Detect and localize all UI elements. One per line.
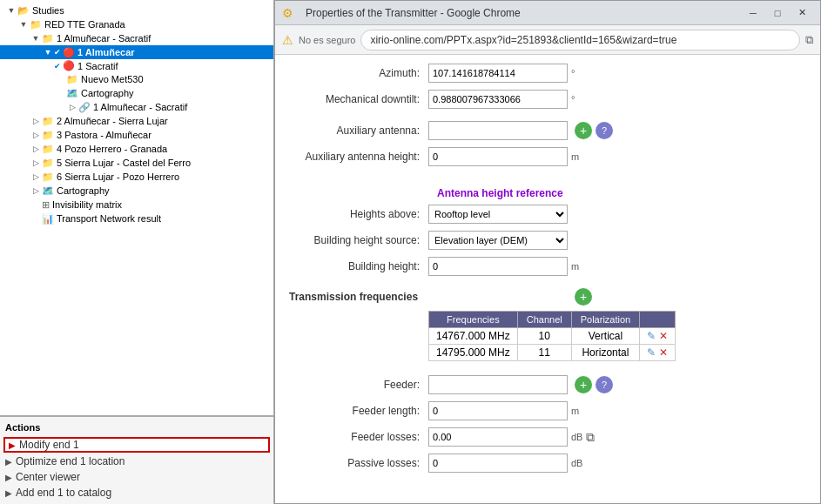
tree-item-pozo-granada[interactable]: ▷ 📁 4 Pozo Herrero - Granada [0,142,273,156]
feeder-length-input[interactable] [428,401,568,420]
delete-icon-1[interactable]: ✕ [659,330,668,342]
warning-icon: ⚠ [282,33,293,47]
building-height-input[interactable] [428,257,568,276]
tree-item-nuevo-met[interactable]: 📁 Nuevo Met530 [0,72,273,86]
tree-item-transport[interactable]: 📊 Transport Network result [0,212,273,225]
action-center[interactable]: ▶ Center viewer [0,469,273,485]
expand-link[interactable]: ▷ [66,101,78,113]
building-height-source-select[interactable]: Elevation layer (DEM) Manual None [428,231,568,250]
mech-downtilt-input[interactable] [428,90,568,109]
expand-invisibility[interactable] [30,198,42,211]
tree-item-sierra-pozo[interactable]: ▷ 📁 6 Sierra Lujar - Pozo Herrero [0,170,273,184]
freq-title-row: Transmission frequencies + [289,288,803,306]
tree-item-almun-1[interactable]: ▼ ✔ 🔴 1 Almuñecar [0,45,273,59]
tree-label: Studies [32,5,64,16]
aux-antenna-height-label: Auxiliary antenna height: [289,151,428,163]
arrow-icon: ▶ [5,488,12,498]
chrome-title: Properties of the Transmitter - Google C… [306,7,521,19]
tree-item-red-tte[interactable]: ▼ 📁 RED TTE Granada [0,17,273,31]
feeder-input[interactable] [428,375,568,394]
minimize-button[interactable]: ─ [742,4,764,22]
freq-col-header: Frequencies [429,312,518,328]
expand-sierra-pozo[interactable]: ▷ [30,171,42,183]
mech-downtilt-row: Mechanical downtilt: ° [289,90,803,109]
expand-cartography-1[interactable] [54,87,66,99]
building-height-row: Building height: m [289,257,803,276]
expand-nuevo[interactable] [54,73,66,85]
expand-transport[interactable] [30,212,42,225]
tree-area[interactable]: ▼ 📂 Studies ▼ 📁 RED TTE Granada ▼ 📁 1 Al… [0,0,273,415]
feeder-losses-row: Feeder losses: dB ⧉ [289,427,803,447]
grid-icon: ⊞ [42,199,50,211]
left-panel: ▼ 📂 Studies ▼ 📁 RED TTE Granada ▼ 📁 1 Al… [0,0,274,504]
heights-above-label: Heights above: [289,208,428,220]
tree-item-almun-sierra[interactable]: ▷ 📁 2 Almuñecar - Sierra Lujar [0,114,273,128]
freq-add-button[interactable]: + [575,288,592,306]
close-button[interactable]: ✕ [791,4,813,22]
tree-item-sacratif[interactable]: ✔ 🔴 1 Sacratif [0,59,273,72]
action-optimize[interactable]: ▶ Optimize end 1 location [0,454,273,469]
feeder-help-button[interactable]: ? [596,376,613,393]
action-add-catalog[interactable]: ▶ Add end 1 to catalog [0,485,273,501]
action-label: Add end 1 to catalog [16,487,111,499]
tree-item-pastora[interactable]: ▷ 📁 3 Pastora - Almuñecar [0,128,273,142]
expand-sierra-castel[interactable]: ▷ [30,157,42,169]
tree-item-cartography-1[interactable]: 🗺️ Cartography [0,86,273,100]
expand-almun-sacratif[interactable]: ▼ [30,32,42,44]
feeder-length-row: Feeder length: m [289,401,803,420]
tree-label: 1 Almuñecar [77,47,135,57]
feeder-add-button[interactable]: + [575,376,592,393]
tree-item-sierra-castel[interactable]: ▷ 📁 5 Sierra Lujar - Castel del Ferro [0,156,273,170]
expand-studies[interactable]: ▼ [5,4,17,17]
chrome-content[interactable]: Azimuth: ° Mechanical downtilt: ° Auxili… [275,55,820,503]
tree-item-studies[interactable]: ▼ 📂 Studies [0,3,273,17]
freq-title: Transmission frequencies [289,291,428,303]
expand-pozo[interactable]: ▷ [30,143,42,155]
chrome-titlebar: ⚙ Properties of the Transmitter - Google… [275,1,820,25]
azimuth-row: Azimuth: ° [289,64,803,83]
feeder-row: Feeder: + ? [289,375,803,394]
url-bar[interactable]: xirio-online.com/PPTx.aspx?id=251893&cli… [360,30,800,50]
passive-losses-row: Passive losses: dB [289,454,803,473]
tree-label: 6 Sierra Lujar - Pozo Herrero [57,171,179,182]
feeder-losses-input[interactable] [428,427,568,447]
copy-icon[interactable]: ⧉ [805,33,813,47]
expand-almun-sierra[interactable]: ▷ [30,115,42,127]
feeder-label: Feeder: [289,379,428,391]
freq-value-1: 14767.000 MHz [429,328,518,345]
aux-antenna-label: Auxiliary antenna: [289,124,428,137]
edit-icon-2[interactable]: ✎ [647,346,656,359]
azimuth-input[interactable] [428,64,568,83]
expand-pastora[interactable]: ▷ [30,129,42,141]
action-col-header [640,312,675,328]
feeder-length-label: Feeder length: [289,405,428,417]
red-folder-icon: 📁 [30,19,42,30]
action-label: Optimize end 1 location [16,455,124,467]
edit-icon-1[interactable]: ✎ [647,330,656,342]
heights-above-select[interactable]: Rooftop level Ground level Sea level [428,205,568,224]
aux-antenna-input[interactable] [428,121,568,140]
tree-item-almun-sacratif-link[interactable]: ▷ 🔗 1 Almuñecar - Sacratif [0,100,273,114]
feeder-losses-copy-icon[interactable]: ⧉ [586,430,595,445]
tree-item-cartography-2[interactable]: ▷ 🗺️ Cartography [0,184,273,198]
passive-losses-input[interactable] [428,454,568,473]
channel-value-1: 10 [517,328,571,345]
aux-antenna-height-input[interactable] [428,147,568,166]
tree-label: Invisibility matrix [52,199,122,210]
map-folder-icon: 🗺️ [66,88,78,99]
expand-almun-1[interactable]: ▼ [42,46,54,58]
aux-antenna-add-button[interactable]: + [575,122,592,139]
expand-cartography-2[interactable]: ▷ [30,185,42,197]
maximize-button[interactable]: □ [766,4,789,22]
expand-red-tte[interactable]: ▼ [17,18,30,30]
action-label: Modify end 1 [19,439,79,451]
freq-row-1: 14767.000 MHz 10 Vertical ✎ ✕ [429,328,676,345]
tree-label: 1 Almuñecar - Sacratif [93,102,187,112]
aux-antenna-help-button[interactable]: ? [596,122,613,139]
action-modify[interactable]: ▶ Modify end 1 [3,437,270,453]
aux-antenna-height-row: Auxiliary antenna height: m [289,147,803,166]
tree-item-almun-sacratif[interactable]: ▼ 📁 1 Almuñecar - Sacratif [0,31,273,45]
delete-icon-2[interactable]: ✕ [659,346,668,359]
tree-item-invisibility[interactable]: ⊞ Invisibility matrix [0,198,273,212]
check-icon: ✔ [54,48,61,57]
